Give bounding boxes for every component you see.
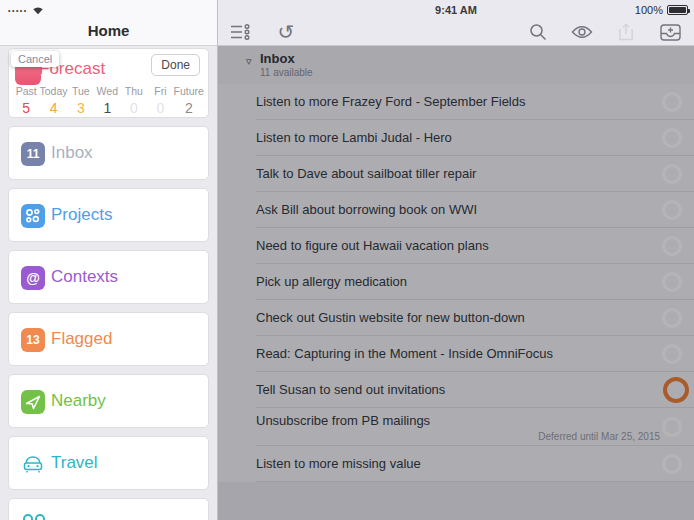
status-circle[interactable] — [662, 454, 682, 474]
forecast-day-future[interactable]: Future2 — [174, 85, 204, 116]
sidebar-item-inbox[interactable]: 11 Inbox — [8, 126, 209, 180]
forecast-day-fri[interactable]: Fri0 — [147, 85, 174, 116]
task-row[interactable]: Ask Bill about borrowing book on WWI — [218, 192, 694, 228]
view-options-icon[interactable] — [228, 22, 252, 42]
status-circle[interactable] — [662, 92, 682, 112]
sidebar-item-projects[interactable]: Projects — [8, 188, 209, 242]
sidebar-header: ••••• Home — [0, 0, 217, 46]
sidebar-item-contexts[interactable]: @ Contexts — [8, 250, 209, 304]
status-circle[interactable] — [662, 200, 682, 220]
status-circle[interactable] — [662, 344, 682, 364]
undo-icon[interactable]: ↺ — [274, 22, 298, 42]
group-header-inbox[interactable]: ▿ Inbox 11 available — [218, 46, 694, 84]
contexts-at-icon: @ — [21, 266, 45, 290]
task-row[interactable]: Listen to more missing value — [218, 446, 694, 482]
eye-icon[interactable] — [570, 22, 594, 42]
toolbar: 9:41 AM 100% ↺ — [218, 0, 694, 46]
share-icon[interactable] — [614, 22, 638, 42]
group-title: Inbox — [260, 51, 295, 66]
group-subtitle: 11 available — [260, 67, 313, 78]
done-button[interactable]: Done — [151, 54, 200, 76]
flagged-badge-icon: 13 — [21, 328, 45, 352]
carrier-signal-icon: ••••• — [8, 7, 28, 14]
sidebar-item-forecast[interactable]: Forecast Cancel Done Past5 Today4 Tue3 W… — [8, 48, 209, 118]
task-row-flagged[interactable]: Tell Susan to send out invitations — [218, 372, 694, 408]
search-icon[interactable] — [526, 22, 550, 42]
task-row[interactable]: Listen to more Lambi Judal - Hero — [218, 120, 694, 156]
status-circle[interactable] — [662, 236, 682, 256]
page-title: Home — [0, 22, 217, 39]
battery-icon — [667, 5, 688, 15]
forecast-day-today[interactable]: Today4 — [40, 85, 68, 116]
travel-car-icon — [21, 452, 45, 476]
sidebar-item-flagged[interactable]: 13 Flagged — [8, 312, 209, 366]
sidebar-item-nearby[interactable]: Nearby — [8, 374, 209, 428]
status-circle[interactable] — [662, 308, 682, 328]
wifi-icon — [32, 5, 44, 15]
status-circle[interactable] — [662, 417, 682, 437]
quick-entry-tray-icon[interactable] — [658, 22, 682, 42]
task-row[interactable]: Need to figure out Hawaii vacation plans — [218, 228, 694, 264]
status-battery: 100% — [635, 4, 688, 16]
nearby-navigation-icon — [21, 390, 45, 414]
status-time: 9:41 AM — [218, 4, 694, 16]
projects-icon — [21, 204, 45, 228]
task-row[interactable]: Listen to more Frazey Ford - September F… — [218, 84, 694, 120]
status-circle[interactable] — [662, 128, 682, 148]
partial-context-icon — [23, 514, 45, 520]
task-row[interactable]: Check out Gustin website for new button-… — [218, 300, 694, 336]
sidebar-list: Forecast Cancel Done Past5 Today4 Tue3 W… — [0, 48, 217, 520]
sidebar-item-travel[interactable]: Travel — [8, 436, 209, 490]
task-list-area: ▿ Inbox 11 available Listen to more Fraz… — [218, 46, 694, 520]
status-circle[interactable] — [662, 272, 682, 292]
main-pane: 9:41 AM 100% ↺ — [218, 0, 694, 520]
forecast-day-past[interactable]: Past5 — [13, 85, 40, 116]
status-circle-flagged[interactable] — [663, 377, 689, 403]
forecast-days: Past5 Today4 Tue3 Wed1 Thu0 Fri0 Future2 — [13, 85, 204, 116]
task-row[interactable]: Read: Capturing in the Moment - Inside O… — [218, 336, 694, 372]
inbox-badge-icon: 11 — [21, 142, 45, 166]
task-row[interactable]: Talk to Dave about sailboat tiller repai… — [218, 156, 694, 192]
toolbar-right — [526, 22, 682, 42]
sidebar-item-partial[interactable] — [8, 498, 209, 520]
toolbar-left: ↺ — [228, 22, 298, 42]
status-circle[interactable] — [662, 164, 682, 184]
task-rows: Listen to more Frazey Ford - September F… — [218, 84, 694, 482]
forecast-day-thu[interactable]: Thu0 — [121, 85, 148, 116]
forecast-day-tue[interactable]: Tue3 — [68, 85, 95, 116]
disclosure-triangle-icon[interactable]: ▿ — [246, 55, 252, 68]
task-row[interactable]: Pick up allergy medication — [218, 264, 694, 300]
status-bar-left: ••••• — [8, 3, 44, 17]
deferred-note: Deferred until Mar 25, 2015 — [538, 431, 660, 442]
task-row-deferred[interactable]: Unsubscribe from PB mailings Deferred un… — [218, 408, 694, 446]
cancel-button[interactable]: Cancel — [11, 51, 59, 67]
forecast-day-wed[interactable]: Wed1 — [94, 85, 121, 116]
sidebar: ••••• Home Forecast Cancel Done Past5 To… — [0, 0, 218, 520]
omnifocus-app: ••••• Home Forecast Cancel Done Past5 To… — [0, 0, 694, 520]
